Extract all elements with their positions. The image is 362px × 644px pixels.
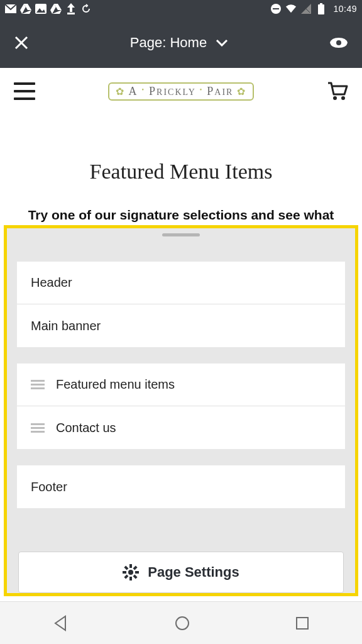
page-tagline: Try one of our signature selections and … — [0, 208, 362, 223]
bee-icon-left: ✿ — [116, 86, 125, 97]
editor-app-bar: Page: Home — [0, 18, 362, 68]
page-selector-label: Page: Home — [130, 35, 207, 51]
back-icon[interactable] — [53, 615, 69, 631]
recents-icon[interactable] — [295, 616, 309, 630]
sync-icon — [80, 3, 92, 14]
section-item-footer[interactable]: Footer — [17, 465, 345, 508]
logo-text: A — [129, 85, 138, 98]
dnd-icon — [270, 3, 282, 14]
drive-icon-2 — [50, 3, 62, 14]
page-preview: Featured Menu Items Try one of our signa… — [0, 114, 362, 223]
photos-icon — [35, 3, 47, 14]
sections-panel: Header Main banner Featured menu items C… — [4, 225, 358, 596]
svg-point-32 — [176, 617, 189, 630]
svg-marker-31 — [55, 616, 65, 630]
page-heading: Featured Menu Items — [0, 160, 362, 184]
status-left-icons — [5, 3, 92, 14]
svg-rect-29 — [124, 565, 129, 570]
section-label: Featured menu items — [56, 377, 175, 392]
svg-rect-25 — [123, 571, 126, 574]
bee-icon-right: ✿ — [237, 86, 246, 97]
status-time: 10:49 — [333, 4, 357, 14]
site-header: ✿ A•PRICKLY•PAIR ✿ — [0, 68, 362, 114]
android-nav-bar — [0, 601, 362, 644]
drag-grip-icon[interactable] — [31, 380, 45, 389]
site-menu-button[interactable] — [14, 82, 35, 100]
home-icon[interactable] — [174, 615, 190, 631]
section-item-featured-menu[interactable]: Featured menu items — [17, 364, 345, 406]
svg-rect-28 — [124, 575, 129, 579]
chevron-down-icon — [216, 39, 228, 47]
battery-icon — [315, 3, 327, 14]
section-label: Footer — [31, 480, 67, 494]
status-right-icons: 10:49 — [270, 3, 357, 14]
section-item-contact-us[interactable]: Contact us — [17, 406, 345, 449]
svg-point-20 — [333, 96, 337, 100]
wifi-icon — [285, 3, 297, 14]
gear-icon — [123, 564, 139, 580]
svg-rect-27 — [133, 565, 138, 570]
svg-rect-30 — [133, 575, 138, 579]
site-logo[interactable]: ✿ A•PRICKLY•PAIR ✿ — [108, 82, 255, 101]
section-label: Header — [31, 275, 72, 290]
cart-icon[interactable] — [327, 82, 348, 101]
preview-icon[interactable] — [329, 36, 348, 49]
svg-point-19 — [336, 40, 341, 45]
section-group-fixed-top: Header Main banner — [17, 262, 345, 347]
page-settings-label: Page Settings — [148, 564, 239, 580]
svg-rect-23 — [129, 564, 132, 568]
close-icon[interactable] — [14, 35, 29, 50]
svg-rect-26 — [135, 571, 139, 574]
svg-rect-10 — [67, 13, 75, 14]
signal-icon — [300, 3, 312, 14]
svg-rect-24 — [129, 577, 132, 580]
svg-point-22 — [128, 570, 133, 575]
upload-icon — [65, 3, 77, 14]
android-status-bar: 10:49 — [0, 0, 362, 18]
page-settings-button[interactable]: Page Settings — [18, 552, 344, 593]
section-item-header[interactable]: Header — [17, 262, 345, 304]
svg-rect-16 — [318, 4, 324, 14]
section-item-main-banner[interactable]: Main banner — [17, 304, 345, 347]
drag-grip-icon[interactable] — [31, 423, 45, 433]
gmail-icon — [5, 3, 16, 14]
section-label: Main banner — [31, 319, 101, 333]
section-label: Contact us — [56, 421, 116, 435]
drive-icon — [20, 3, 31, 14]
page-selector[interactable]: Page: Home — [130, 35, 228, 51]
svg-rect-15 — [320, 3, 322, 4]
svg-point-21 — [341, 96, 345, 100]
svg-rect-12 — [273, 8, 279, 9]
section-group-fixed-bottom: Footer — [17, 465, 345, 508]
section-group-movable: Featured menu items Contact us — [17, 364, 345, 449]
svg-rect-33 — [297, 618, 308, 629]
drag-handle[interactable] — [162, 233, 200, 236]
svg-marker-9 — [67, 3, 75, 12]
